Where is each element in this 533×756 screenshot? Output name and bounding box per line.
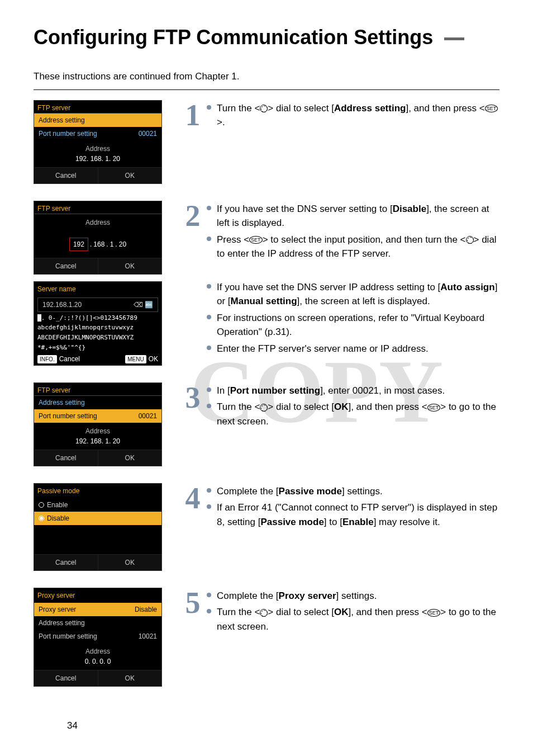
step2-bullet5: Enter the FTP server's server name or IP…: [207, 342, 499, 356]
ip-entry-row: 192. 168. 1. 20: [34, 231, 161, 258]
step3-bullet2: Turn the <> dial to select [OK], and the…: [207, 400, 499, 428]
row-address-setting: Address setting: [34, 396, 161, 409]
step-number-3: 3: [179, 382, 207, 413]
set-icon: SET: [249, 236, 263, 244]
row-enable[interactable]: Enable: [34, 498, 161, 512]
cancel-button[interactable]: Cancel: [34, 168, 98, 183]
step2-bullet3: If you have set the DNS server IP addres…: [207, 280, 499, 309]
set-icon: SET: [485, 105, 498, 112]
proxy-address-display: Address0. 0. 0. 0: [34, 643, 161, 670]
step-4: Passive mode Enable Disable Cancel OK 4 …: [34, 483, 499, 578]
set-icon: SET: [427, 404, 441, 412]
dial-icon: [260, 105, 268, 112]
step5-bullet1: Complete the [Proxy server] settings.: [207, 589, 499, 603]
set-icon: SET: [427, 609, 441, 617]
screen-header: FTP server: [34, 383, 161, 396]
screen-ip-entry: FTP server Address 192. 168. 1. 20 Cance…: [34, 201, 162, 275]
screen-virtual-keyboard: Server name 192.168.1.20⌫ 🔤 . 0-_/:;!?()…: [34, 281, 162, 366]
title-text: Configuring FTP Communication Settings: [34, 26, 433, 49]
passive-mode-header: Passive mode: [34, 484, 161, 498]
proxy-server-header: Proxy server: [34, 588, 161, 603]
step2-bullet4: For instructions on screen operations, r…: [207, 311, 499, 339]
menu-tag: MENU: [125, 355, 146, 363]
dial-icon: [260, 404, 268, 412]
ip-octet-1[interactable]: 192: [69, 238, 88, 251]
ok-button[interactable]: OK: [98, 258, 162, 274]
step-number-4: 4: [179, 483, 207, 513]
cancel-button[interactable]: Cancel: [34, 258, 98, 274]
dial-icon: [260, 609, 268, 617]
step-number-2: 2: [179, 201, 207, 231]
intro-text: These instructions are continued from Ch…: [34, 69, 499, 84]
ip-octet-3: 1: [110, 239, 114, 249]
step-number-5: 5: [179, 588, 207, 618]
step-1: FTP server Address setting Port number s…: [34, 100, 499, 191]
row-address-setting: Address setting: [34, 114, 161, 127]
page-title: Configuring FTP Communication Settings: [34, 22, 499, 53]
screen-header: FTP server: [34, 101, 161, 114]
screen-ftp-address-setting: FTP server Address setting Port number s…: [34, 100, 162, 184]
step-3: FTP server Address setting Port number s…: [34, 382, 499, 473]
step2-bullet1: If you have set the DNS server setting t…: [207, 202, 499, 230]
ok-button[interactable]: OK: [98, 450, 162, 466]
cancel-button[interactable]: Cancel: [34, 450, 98, 466]
kb-row-1: . 0-_/:;!?()[]<>0123456789: [34, 313, 161, 323]
title-rule: [444, 37, 464, 40]
step4-bullet2: If an Error 41 ("Cannot connect to FTP s…: [207, 500, 499, 529]
address-label: Address: [34, 214, 161, 231]
page-number: 34: [67, 719, 78, 733]
ip-octet-4: 20: [119, 239, 126, 249]
screen-port-setting: FTP server Address setting Port number s…: [34, 382, 162, 466]
row-proxy-server: Proxy serverDisable: [34, 603, 161, 616]
ip-octet-2: 168: [93, 239, 104, 249]
screen-proxy-server: Proxy server Proxy serverDisable Address…: [34, 588, 162, 687]
ok-button[interactable]: OK: [98, 168, 162, 183]
ok-button[interactable]: OK: [98, 670, 162, 686]
row-proxy-port-setting: Port number setting10021: [34, 630, 161, 643]
row-disable[interactable]: Disable: [34, 512, 161, 525]
row-port-number: Port number setting00021: [34, 127, 161, 140]
step4-bullet1: Complete the [Passive mode] settings.: [207, 484, 499, 499]
kb-row-4: *#,+=$%&'"^{}: [34, 343, 161, 353]
step5-bullet2: Turn the <> dial to select [OK], and the…: [207, 605, 499, 634]
kb-value-field: 192.168.1.20⌫ 🔤: [37, 297, 158, 312]
kb-row-2: abcdefghijklmnopqrstuvwxyz: [34, 323, 161, 333]
step-number-1: 1: [179, 100, 207, 130]
address-display: Address192. 168. 1. 20: [34, 423, 161, 450]
dial-icon: [466, 236, 474, 244]
divider: [34, 89, 499, 90]
address-display: Address192. 168. 1. 20: [34, 140, 161, 167]
step1-bullet1: Turn the <> dial to select [Address sett…: [207, 101, 499, 130]
kb-footer: INFO.Cancel MENUOK: [34, 353, 161, 365]
kb-row-3: ABCDEFGHIJKLMNOPQRSTUVWXYZ: [34, 333, 161, 343]
server-name-header: Server name: [34, 282, 161, 296]
step-5: Proxy server Proxy serverDisable Address…: [34, 588, 499, 693]
screen-header: FTP server: [34, 201, 161, 214]
cancel-button[interactable]: Cancel: [34, 555, 98, 570]
step-2: FTP server Address 192. 168. 1. 20 Cance…: [34, 201, 499, 372]
cancel-button[interactable]: Cancel: [34, 670, 98, 686]
row-proxy-address-setting: Address setting: [34, 616, 161, 630]
screen-passive-mode: Passive mode Enable Disable Cancel OK: [34, 483, 162, 571]
step2-bullet2: Press <SET> to select the input position…: [207, 233, 499, 261]
row-port-number: Port number setting00021: [34, 409, 161, 423]
step3-bullet1: In [Port number setting], enter 00021, i…: [207, 384, 499, 398]
info-tag: INFO.: [37, 355, 57, 363]
ok-button[interactable]: OK: [98, 555, 162, 570]
